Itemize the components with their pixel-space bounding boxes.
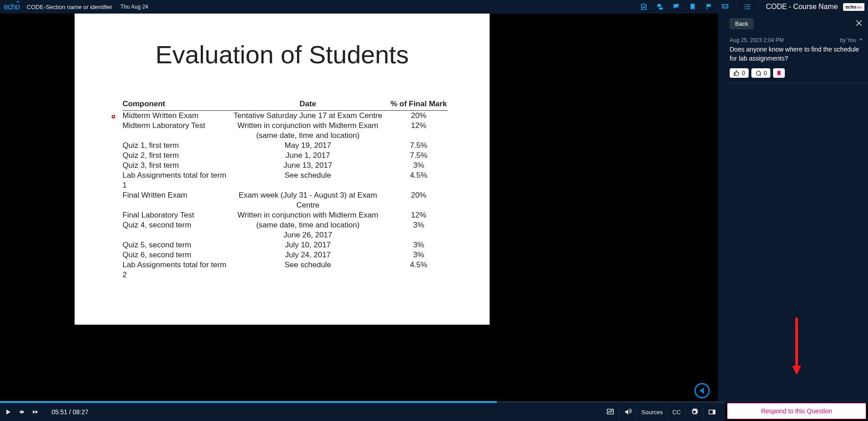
slide-content: Evaluation of Students Component Date % …: [75, 14, 490, 325]
back-button[interactable]: Back: [730, 18, 754, 29]
close-icon[interactable]: [854, 19, 863, 29]
like-count: 0: [742, 70, 745, 76]
cc-button[interactable]: CC: [667, 406, 685, 418]
rewind-button[interactable]: [18, 408, 25, 416]
svg-point-3: [745, 6, 745, 7]
notes-icon[interactable]: [636, 0, 652, 14]
table-row: Quiz 2, first termJune 1, 20177.5%: [123, 151, 448, 161]
section-name[interactable]: CODE-Section name or identifier: [27, 4, 112, 10]
flag-icon[interactable]: [701, 0, 717, 14]
chevron-down-icon[interactable]: [858, 37, 863, 43]
question-meta: Aug 25, 2023 2:04 PM by You: [730, 37, 863, 43]
svg-point-5: [745, 8, 745, 9]
table-row: Quiz 4, second term(same date, time and …: [123, 220, 448, 230]
table-row: Final Written ExamExam week (July 31 - A…: [123, 190, 448, 210]
player-controls: 05:51 / 08:27 Sources CC: [0, 403, 725, 421]
svg-rect-12: [714, 412, 715, 414]
layout-icon[interactable]: [703, 406, 721, 418]
lecture-date: Thu Aug 24: [120, 4, 148, 10]
table-row: (same date, time and location): [123, 131, 448, 141]
stage-scrollbar[interactable]: [718, 14, 725, 401]
table-row: Quiz 5, second termJuly 10, 20173%: [123, 240, 448, 250]
top-bar: echo CODE-Section name or identifier Thu…: [0, 0, 868, 14]
collapse-panel-button[interactable]: [694, 383, 710, 398]
respond-button[interactable]: Respond to this Question: [727, 403, 866, 419]
discussion-icon[interactable]: [652, 0, 668, 14]
brand-logo[interactable]: echo: [4, 2, 19, 12]
slide-title: Evaluation of Students: [75, 40, 490, 69]
svg-marker-8: [792, 366, 801, 375]
like-button[interactable]: 0: [730, 68, 749, 78]
separator: [758, 2, 759, 11]
svg-rect-6: [746, 9, 750, 9]
reply-count: 0: [764, 70, 767, 76]
course-name[interactable]: CODE - Course Name: [766, 3, 838, 11]
table-row: Lab Assignments total for term 1See sche…: [123, 170, 448, 190]
question-author: by You: [840, 37, 856, 43]
new-post-icon[interactable]: [668, 0, 684, 14]
timecode: 05:51 / 08:27: [52, 408, 89, 416]
volume-icon[interactable]: [619, 406, 637, 418]
table-row: Midterm Laboratory TestWritten in conjun…: [123, 121, 448, 131]
laser-pointer: [112, 115, 115, 118]
svg-rect-11: [714, 410, 715, 412]
divider: [725, 83, 868, 84]
separator: [736, 2, 736, 11]
play-button[interactable]: [5, 408, 12, 416]
forward-button[interactable]: [32, 408, 39, 416]
svg-rect-10: [709, 410, 713, 414]
question-panel: Back Aug 25, 2023 2:04 PM by You Does an…: [725, 14, 868, 403]
reply-button[interactable]: 0: [751, 68, 770, 78]
table-row: June 26, 2017: [123, 230, 448, 240]
question-timestamp: Aug 25, 2023 2:04 PM: [730, 37, 783, 43]
table-row: Midterm Written ExamTentative Saturday J…: [123, 111, 448, 121]
analytics-icon[interactable]: [602, 406, 619, 418]
list-icon[interactable]: [739, 0, 755, 14]
svg-point-1: [745, 4, 745, 5]
table-row: Quiz 6, second termJuly 24, 20173%: [123, 250, 448, 260]
table-header: Component Date % of Final Mark: [123, 99, 448, 111]
table-row: Final Laboratory TestWritten in conjunct…: [123, 210, 448, 220]
settings-icon[interactable]: [685, 406, 703, 418]
video-stage: Evaluation of Students Component Date % …: [0, 14, 725, 403]
table-row: Quiz 3, first termJune 13, 20173%: [123, 161, 448, 170]
evaluation-table: Component Date % of Final Mark Midterm W…: [123, 99, 448, 280]
question-text: Does anyone know where to find the sched…: [730, 45, 863, 63]
present-icon[interactable]: [717, 0, 733, 14]
bookmark-icon[interactable]: [684, 0, 701, 14]
table-row: Lab Assignments total for term 2See sche…: [123, 260, 448, 280]
svg-rect-4: [746, 6, 750, 7]
echo360-badge[interactable]: echo360: [843, 3, 864, 11]
table-row: Quiz 1, first termMay 19, 20177.5%: [123, 141, 448, 151]
sources-button[interactable]: Sources: [637, 406, 668, 418]
annotation-arrow: [791, 317, 802, 376]
bookmark-button[interactable]: [773, 68, 785, 78]
svg-rect-2: [746, 5, 750, 5]
